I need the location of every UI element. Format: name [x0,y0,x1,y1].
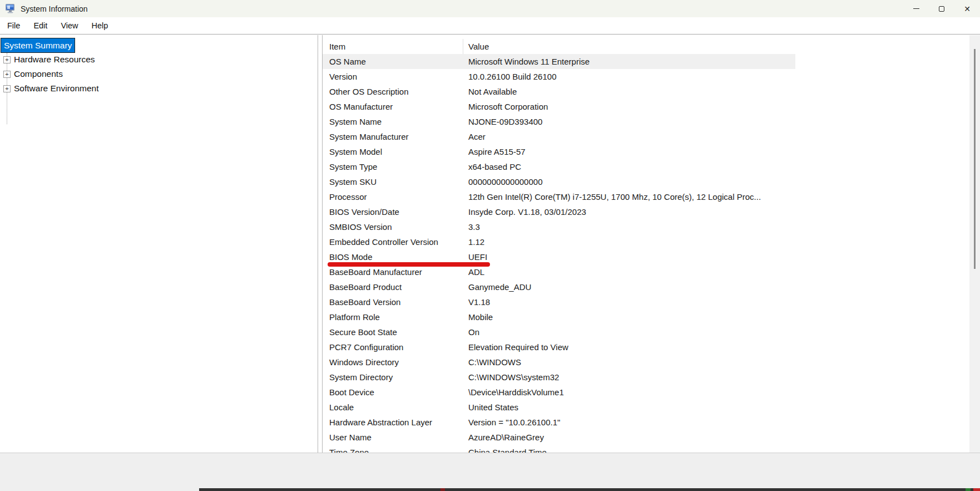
row-item-cell: Other OS Description [323,87,463,96]
tree-list: + Hardware Resources + Components + Soft… [0,52,99,96]
table-row[interactable]: BIOS Version/Date Insyde Corp. V1.18, 03… [323,204,795,219]
table-row[interactable]: Windows Directory C:\WINDOWS [323,355,795,370]
menu-edit[interactable]: Edit [27,19,53,32]
expand-plus-icon[interactable]: + [3,71,11,78]
menu-help[interactable]: Help [86,19,115,32]
row-value-cell: Not Available [463,87,795,96]
table-row[interactable]: OS Name Microsoft Windows 11 Enterprise [323,54,795,69]
table-row[interactable]: PCR7 Configuration Elevation Required to… [323,340,795,355]
column-header-item[interactable]: Item [323,39,463,54]
row-item-cell: Version [323,72,463,81]
table-row[interactable]: BaseBoard Version V1.18 [323,294,795,310]
row-item-cell: SMBIOS Version [323,222,463,232]
row-item-cell: Secure Boot State [323,327,463,337]
menu-view[interactable]: View [55,19,84,32]
row-value-cell: AzureAD\RaineGrey [463,433,795,442]
table-row[interactable]: Version 10.0.26100 Build 26100 [323,69,795,84]
row-value-cell: C:\WINDOWS\system32 [463,372,795,382]
row-item-cell: System Model [323,147,463,156]
table-row[interactable]: Time Zone China Standard Time [323,445,795,453]
row-value-cell: On [463,327,795,337]
red-underline-annotation [328,262,490,267]
menu-file[interactable]: File [1,19,26,32]
window-titlebar: System Information ✕ [0,0,980,17]
table-row[interactable]: System Name NJONE-09D393400 [323,114,795,129]
row-value-cell: Mobile [463,312,795,322]
expand-plus-icon[interactable]: + [3,56,11,63]
row-item-cell: System SKU [323,177,463,186]
table-row[interactable]: User Name AzureAD\RaineGrey [323,430,795,445]
table-row[interactable]: OS Manufacturer Microsoft Corporation [323,99,795,114]
table-row[interactable]: Secure Boot State On [323,325,795,340]
table-row[interactable]: Hardware Abstraction Layer Version = "10… [323,415,795,430]
table-row[interactable]: BaseBoard Product Ganymede_ADU [323,279,795,294]
row-item-cell: BIOS Version/Date [323,207,463,217]
row-value-cell: Acer [463,132,795,141]
system-information-app-icon [5,3,16,14]
maximize-button[interactable] [929,0,954,17]
minimize-button[interactable] [903,0,929,17]
row-item-cell: BaseBoard Version [323,297,463,307]
row-item-cell: Time Zone [323,448,463,453]
tree-item-components[interactable]: + Components [0,67,99,81]
table-row[interactable]: System Manufacturer Acer [323,129,795,144]
expand-plus-icon[interactable]: + [3,85,11,92]
window-title: System Information [21,4,88,13]
taskbar-speck [966,488,971,491]
maximize-icon [939,6,944,12]
row-value-cell: Version = "10.0.26100.1" [463,418,795,427]
table-row[interactable]: Locale United States [323,400,795,415]
row-item-cell: System Manufacturer [323,132,463,141]
tree-item-software-environment[interactable]: + Software Environment [0,81,99,96]
minimize-icon [913,8,919,9]
tree-item-system-summary[interactable]: System Summary [1,38,75,52]
table-row[interactable]: System SKU 0000000000000000 [323,174,795,189]
menu-bar: File Edit View Help [0,17,980,35]
table-row[interactable]: System Model Aspire A515-57 [323,144,795,159]
row-item-cell: Processor [323,192,463,202]
table-row[interactable]: Platform Role Mobile [323,310,795,325]
tree-item-hardware-resources[interactable]: + Hardware Resources [0,52,99,67]
panel-splitter[interactable] [318,35,322,453]
row-item-cell: OS Manufacturer [323,102,463,111]
row-value-cell: 0000000000000000 [463,177,795,186]
row-value-cell: 12th Gen Intel(R) Core(TM) i7-1255U, 170… [463,192,795,202]
row-item-cell: Hardware Abstraction Layer [323,418,463,427]
row-value-cell: Elevation Required to View [463,342,795,352]
row-item-cell: BaseBoard Manufacturer [323,267,463,277]
row-item-cell: PCR7 Configuration [323,342,463,352]
table-row[interactable]: System Type x64-based PC [323,159,795,174]
row-value-cell: Ganymede_ADU [463,282,795,292]
row-item-cell: Embedded Controller Version [323,237,463,247]
taskbar-edge-sliver [199,488,980,491]
table-row[interactable]: SMBIOS Version 3.3 [323,219,795,234]
vertical-scrollbar[interactable] [969,35,980,453]
system-information-window: System Information ✕ File Edit View Help… [0,0,980,491]
scrollbar-thumb[interactable] [974,49,976,269]
listview-header: Item Value [323,39,795,54]
table-row[interactable]: BaseBoard Manufacturer ADL [323,264,795,279]
taskbar-speck [440,488,445,491]
table-row[interactable]: Embedded Controller Version 1.12 [323,234,795,249]
row-value-cell: C:\WINDOWS [463,357,795,367]
row-item-cell: OS Name [323,57,463,66]
tree-item-label: Components [14,69,63,79]
row-value-cell: 10.0.26100 Build 26100 [463,72,795,81]
row-value-cell: ADL [463,267,795,277]
row-item-cell: Locale [323,402,463,412]
close-button[interactable]: ✕ [954,0,980,17]
table-row[interactable]: Boot Device \Device\HarddiskVolume1 [323,385,795,400]
row-item-cell: BaseBoard Product [323,282,463,292]
table-row[interactable]: Other OS Description Not Available [323,84,795,99]
row-value-cell: Aspire A515-57 [463,147,795,156]
row-value-cell: x64-based PC [463,162,795,171]
column-header-value[interactable]: Value [463,39,795,54]
details-panel: Item Value OS Name Microsoft Windows 11 … [322,35,969,453]
table-row[interactable]: Processor 12th Gen Intel(R) Core(TM) i7-… [323,189,795,204]
row-value-cell: United States [463,402,795,412]
table-row[interactable]: System Directory C:\WINDOWS\system32 [323,370,795,385]
row-item-cell: System Type [323,162,463,171]
row-item-cell: System Name [323,117,463,126]
row-value-cell: \Device\HarddiskVolume1 [463,387,795,397]
row-item-cell: Platform Role [323,312,463,322]
